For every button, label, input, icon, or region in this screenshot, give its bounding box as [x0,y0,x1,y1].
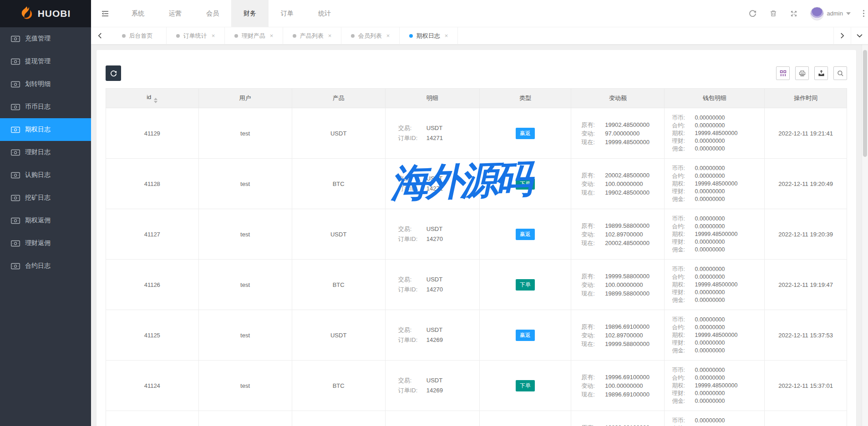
sidebar-item[interactable]: 期权返佣 [0,209,91,232]
page-scrollbar[interactable] [862,45,868,426]
print-button[interactable] [795,66,809,80]
wallet-line-value: 0.00000000 [695,215,725,223]
wallet-line-label: 币币: [672,165,695,172]
tab-item[interactable]: 会员列表× [341,27,400,44]
cell-id: 41129 [106,108,199,159]
tab-close-icon[interactable]: × [212,32,215,39]
wallet-line-label: 期权: [672,382,695,390]
cell-type [479,411,571,426]
user-menu[interactable]: admin [810,7,851,20]
sidebar-item-label: 提现管理 [25,57,51,65]
wallet-line-value: 0.00000000 [695,417,725,425]
wallet-line: 理财:0.00000000 [672,238,764,246]
filter-columns-button[interactable] [776,66,790,80]
wallet-line-value: 19999.48500000 [695,281,737,289]
topnav-item[interactable]: 系统 [119,0,157,27]
tab-close-icon[interactable]: × [386,32,390,39]
sidebar-toggle-icon[interactable] [91,0,119,27]
tab-item[interactable]: 后台首页 [108,27,167,44]
wallet-line-label: 佣金: [672,296,695,304]
change-line-value: 19896.69100000 [605,390,650,399]
wallet-line-label: 合约: [672,324,695,331]
trash-icon[interactable] [769,10,777,18]
sidebar-item[interactable]: 期权日志 [0,118,91,141]
tab-item[interactable]: 订单统计× [167,27,225,44]
cell-wallet: 币币:0.00000000合约:0.00000000期权:理财:佣金: [665,411,765,426]
change-line-label: 变动: [581,129,605,138]
table-row: 41128testBTC交易:USDT订单ID:14271下单原有:20002.… [106,159,847,209]
scrollbar-thumb[interactable] [863,50,867,157]
change-line-value: 19902.48500000 [605,188,650,197]
tab-close-icon[interactable]: × [270,32,274,39]
topnav-item[interactable]: 财务 [231,0,269,27]
wallet-line-value: 0.00000000 [695,273,725,281]
cell-type: 赢返 [479,310,571,361]
change-line-value: 19996.69100000 [605,373,650,381]
cell-id: 41127 [106,209,199,260]
refresh-icon[interactable] [749,10,757,18]
change-line-label: 现在: [581,239,605,247]
tab-close-icon[interactable]: × [445,32,448,39]
sidebar-item[interactable]: 提现管理 [0,50,91,73]
sidebar-item[interactable]: 划转明细 [0,73,91,95]
fullscreen-icon[interactable] [790,10,798,18]
tabbar: 后台首页订单统计×理财产品×产品列表×会员列表×期权日志× [91,27,868,45]
cell-user: test [198,310,292,361]
tabs-scroll-right-icon[interactable] [833,27,851,44]
change-line-label: 现在: [581,390,605,399]
tab-label: 期权日志 [416,32,440,40]
topnav-item[interactable]: 运营 [157,0,194,27]
change-line: 现在:19999.48500000 [581,138,664,146]
wallet-line-label: 佣金: [672,195,695,203]
change-line-value: 19999.58800000 [605,340,650,348]
wallet-line: 期权:19999.48500000 [672,281,764,289]
table-card: id用户产品明细类型变动额钱包明细操作时间 41129testUSDT交易:US… [96,50,856,426]
cell-time: 2022-12-11 19:21:41 [765,108,847,159]
search-button[interactable] [833,66,847,80]
export-button[interactable] [814,66,828,80]
avatar[interactable] [810,7,824,20]
change-line: 原有:19902.48500000 [581,120,664,129]
cell-detail: 交易:USDT订单ID:14270 [385,209,479,260]
detail-order-id-label: 订单ID: [398,184,426,194]
banknote-icon [11,172,20,179]
tab-item[interactable]: 产品列表× [283,27,341,44]
sort-asc-icon[interactable] [154,98,157,100]
detail-order-id-value: 14271 [426,133,443,143]
sidebar-item[interactable]: 理财日志 [0,141,91,164]
cell-user: test [198,260,292,310]
cell-id: 41125 [106,310,199,361]
sidebar-item-label: 期权日志 [25,125,51,134]
detail-trade-label: 交易: [398,325,426,335]
sidebar-item[interactable]: 币币日志 [0,95,91,118]
table-tools [776,66,847,80]
sidebar-item[interactable]: 认购日志 [0,164,91,186]
more-options-icon[interactable] [863,10,864,17]
sidebar-item[interactable]: 合约日志 [0,255,91,277]
cell-type: 赢返 [479,108,571,159]
refresh-table-button[interactable] [106,65,121,81]
topnav-item[interactable]: 统计 [306,0,343,27]
tab-active[interactable]: 期权日志× [400,27,458,44]
wallet-line: 佣金:0.00000000 [672,296,764,304]
change-line-label: 原有: [581,272,605,281]
sidebar-item[interactable]: 理财返佣 [0,232,91,255]
tabs-scroll-left-icon[interactable] [91,27,108,44]
detail-order-id: 订单ID:14270 [398,285,479,295]
topnav-item[interactable]: 订单 [269,0,306,27]
tab-item[interactable]: 理财产品× [225,27,283,44]
wallet-line-label: 理财: [672,390,695,397]
wallet-line-label: 合约: [672,425,695,426]
wallet-line: 币币:0.00000000 [672,316,764,324]
tabs-dropdown-icon[interactable] [851,27,868,44]
change-line: 现在:19899.58800000 [581,289,664,298]
sidebar-item-label: 理财返佣 [25,239,51,247]
wallet-line: 合约:0.00000000 [672,122,764,130]
topnav-item[interactable]: 会员 [194,0,231,27]
sidebar-item[interactable]: 挖矿日志 [0,186,91,209]
tab-close-icon[interactable]: × [328,32,332,39]
sort-icon[interactable] [154,98,157,103]
tab-status-dot [122,34,126,38]
sort-desc-icon[interactable] [154,101,157,103]
sidebar-item[interactable]: 充值管理 [0,27,91,50]
